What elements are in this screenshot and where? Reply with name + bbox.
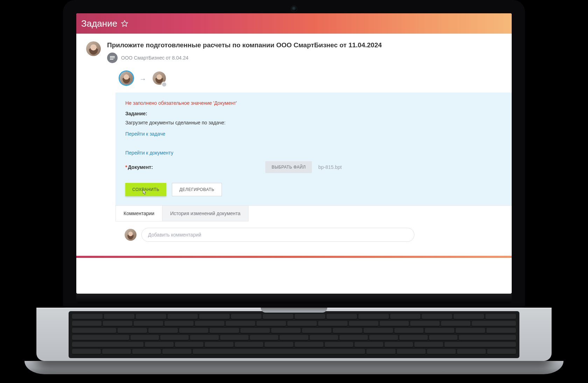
laptop-hinge (76, 294, 512, 303)
page-title: Задание (81, 18, 117, 29)
tabs-bar: Комментарии История изменений документа (115, 206, 512, 221)
laptop-base (24, 361, 564, 374)
lower-section: Комментарии История изменений документа (115, 205, 512, 256)
camera-icon (292, 6, 296, 11)
document-label: *Документ: (125, 164, 265, 170)
content-area: Приложите подготовленные расчеты по комп… (76, 34, 512, 256)
favorite-star-icon[interactable] (121, 20, 128, 27)
svg-marker-0 (121, 21, 127, 27)
assigner-avatar[interactable] (120, 71, 133, 85)
app-screen: Задание Приложите подготовленные расчеты… (76, 13, 512, 294)
status-badge-icon (161, 82, 167, 87)
instruction-text: Загрузите документы сделанные по задаче: (125, 120, 502, 125)
participants-row: → (120, 71, 512, 86)
selected-file-name: bp-815.bpt (318, 164, 342, 170)
tab-comments[interactable]: Комментарии (115, 206, 162, 221)
commenter-avatar[interactable] (125, 229, 136, 241)
screen-bezel: Задание Приложите подготовленные расчеты… (63, 0, 525, 308)
laptop-deck (36, 308, 552, 361)
goto-task-link[interactable]: Перейти к задаче (125, 131, 502, 137)
app-header: Задание (76, 13, 512, 34)
task-title-row: Приложите подготовленные расчеты по комп… (86, 41, 512, 63)
task-panel: Не заполнено обязательное значение 'Доку… (115, 93, 512, 205)
author-avatar[interactable] (86, 41, 101, 56)
laptop-notch (261, 308, 327, 313)
company-row: ООО СмартБизнес от 8.04.24 (107, 53, 382, 63)
list-icon[interactable] (107, 53, 118, 63)
document-row: *Документ: ВЫБРАТЬ ФАЙЛ bp-815.bpt (125, 161, 502, 173)
keyboard (69, 311, 519, 358)
goto-document-link[interactable]: Перейти к документу (125, 150, 502, 156)
section-label: Задание: (125, 111, 502, 116)
task-title: Приложите подготовленные расчеты по комп… (107, 41, 382, 49)
delegate-button[interactable]: ДЕЛЕГИРОВАТЬ (172, 183, 222, 196)
save-button[interactable]: СОХРАНИТЬ (125, 183, 166, 196)
laptop-frame: Задание Приложите подготовленные расчеты… (63, 0, 525, 374)
comment-area (115, 221, 512, 256)
validation-error: Не заполнено обязательное значение 'Доку… (125, 100, 502, 106)
choose-file-button[interactable]: ВЫБРАТЬ ФАЙЛ (265, 161, 312, 173)
comment-input[interactable] (141, 228, 414, 242)
company-name: ООО СмартБизнес от 8.04.24 (121, 55, 188, 61)
tab-history[interactable]: История изменений документа (162, 206, 248, 221)
action-buttons: СОХРАНИТЬ ДЕЛЕГИРОВАТЬ (125, 183, 502, 196)
footer-accent (76, 256, 512, 258)
arrow-right-icon: → (139, 75, 146, 83)
